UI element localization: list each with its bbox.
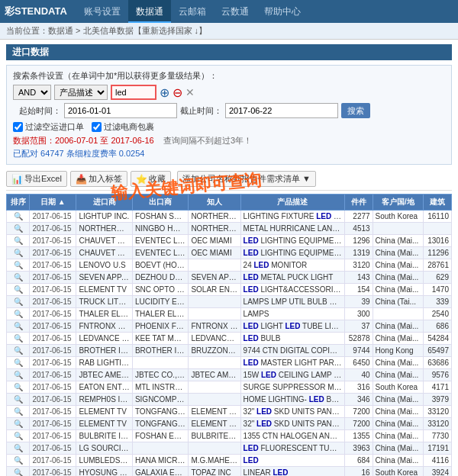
cell-search[interactable]: 🔍 xyxy=(7,369,30,381)
table-row[interactable]: 🔍 2017-06-15 RAB LIGHTING INC LED MASTER… xyxy=(7,357,452,369)
cell-consignee: SEVEN APPAREL xyxy=(189,272,240,284)
cell-search[interactable]: 🔍 xyxy=(7,211,30,223)
cell-date: 2017-06-15 xyxy=(30,223,76,235)
col-date[interactable]: 日期 ▲ xyxy=(30,195,76,211)
cell-importer: TRUCK LITE COM... xyxy=(76,296,132,308)
nav-help[interactable]: 帮助中心 xyxy=(256,0,308,23)
table-row[interactable]: 🔍 2017-06-15 LENOVO U.S BOEVT (HONG K...… xyxy=(7,259,452,272)
cell-search[interactable]: 🔍 xyxy=(7,247,30,259)
cell-search[interactable]: 🔍 xyxy=(7,296,30,308)
table-row[interactable]: 🔍 2017-06-15 HYOSUNG USA I... GALAXIA EL… xyxy=(7,467,452,477)
date-range-info: 数据范围：2006-07-01 至 2017-06-16 xyxy=(13,136,154,145)
table-row[interactable]: 🔍 2017-06-15 LUMBLEDS LLC HANA MICROELE.… xyxy=(7,455,452,467)
cell-weight: 339 xyxy=(424,296,452,308)
cell-search[interactable]: 🔍 xyxy=(7,320,30,333)
table-row[interactable]: 🔍 2017-06-15 FNTRONX LLC PHOENIX FOREIG.… xyxy=(7,320,452,333)
cell-country: China (Mai... xyxy=(373,406,424,418)
cell-weight: 4171 xyxy=(424,381,452,394)
col-importer[interactable]: 进口商 xyxy=(76,195,132,211)
table-row[interactable]: 🔍 2017-06-15 CHAUVET & SON... EVENTEC LI… xyxy=(7,247,452,259)
search-button[interactable]: 搜索 xyxy=(341,103,370,118)
cell-search[interactable]: 🔍 xyxy=(7,406,30,418)
cell-qty: 4513 xyxy=(345,223,373,235)
cell-date: 2017-06-15 xyxy=(30,430,76,442)
col-country[interactable]: 客户国/地 xyxy=(373,195,424,211)
table-row[interactable]: 🔍 2017-06-15 CHAUVET & SON... EVENTEC LI… xyxy=(7,235,452,247)
cell-search[interactable]: 🔍 xyxy=(7,345,30,357)
remove-icon[interactable]: ⊖ xyxy=(173,85,182,100)
nav-data[interactable]: 数据通 xyxy=(128,0,171,23)
table-row[interactable]: 🔍 2017-06-15 REMPH0S INC. SIGNCOMPLX LTD… xyxy=(7,394,452,406)
table-row[interactable]: 🔍 2017-06-15 LG SOURCING,I... LED FLUORE… xyxy=(7,442,452,455)
table-row[interactable]: 🔍 2017-06-15 ELEMENT TV TONGFANG GLO... … xyxy=(7,418,452,430)
cell-consignee xyxy=(189,296,240,308)
col-consignee[interactable]: 知人 xyxy=(189,195,240,211)
nav-cloud[interactable]: 云数通 xyxy=(214,0,256,23)
cell-consignee xyxy=(189,442,240,455)
nav-mail[interactable]: 云邮箱 xyxy=(171,0,214,23)
cell-exporter: EVENTEC LIMITED xyxy=(132,235,188,247)
table-row[interactable]: 🔍 2017-06-15 BROTHER INTER... BROTHER IN… xyxy=(7,345,452,357)
cell-search[interactable]: 🔍 xyxy=(7,394,30,406)
cell-search[interactable]: 🔍 xyxy=(7,272,30,284)
table-row[interactable]: 🔍 2017-06-15 LEDVANCE LLC KEE TAT MANUF.… xyxy=(7,333,452,345)
cell-search[interactable]: 🔍 xyxy=(7,430,30,442)
collect-button[interactable]: ⭐ 收藏 xyxy=(131,171,171,187)
table-row[interactable]: 🔍 2017-06-15 THALER ELECTRIC THALER ELEC… xyxy=(7,308,452,320)
table-row[interactable]: 🔍 2017-06-15 NORTHERN INTE... NINGBO HUA… xyxy=(7,223,452,235)
start-date-input[interactable]: 2016-01-01 xyxy=(64,103,177,118)
cell-desc: 24 LED MONITOR xyxy=(240,259,344,272)
cell-search[interactable]: 🔍 xyxy=(7,259,30,272)
col-desc[interactable]: 产品描述 xyxy=(240,195,344,211)
cell-qty: 684 xyxy=(345,455,373,467)
logo: 彩STENDATA xyxy=(5,5,67,18)
logic-select[interactable]: AND OR xyxy=(13,85,51,100)
cell-date: 2017-06-15 xyxy=(30,442,76,455)
table-row[interactable]: 🔍 2017-06-15 LIGHTUP INC. FOSHAN SANSH..… xyxy=(7,211,452,223)
cell-search[interactable]: 🔍 xyxy=(7,442,30,455)
import-button[interactable]: 📥 加入标签 xyxy=(70,171,127,187)
cell-search[interactable]: 🔍 xyxy=(7,284,30,296)
export-excel-button[interactable]: 📊 导出Excel xyxy=(6,171,67,187)
check-fba[interactable] xyxy=(92,122,102,132)
cell-consignee: ELEMENT TV xyxy=(189,418,240,430)
cell-country: China (Tai... xyxy=(373,296,424,308)
end-date-input[interactable]: 2017-06-22 xyxy=(225,103,338,118)
keyword-input[interactable]: led xyxy=(111,85,156,100)
cell-qty: 6450 xyxy=(345,357,373,369)
cell-search[interactable]: 🔍 xyxy=(7,381,30,394)
table-row[interactable]: 🔍 2017-06-15 JBTEC AMERICA... JBTEC CO.,… xyxy=(7,369,452,381)
check-air[interactable] xyxy=(13,122,23,132)
cell-search[interactable]: 🔍 xyxy=(7,467,30,477)
clear-icon[interactable]: ✕ xyxy=(185,86,195,98)
add-icon[interactable]: ⊕ xyxy=(160,85,169,100)
table-row[interactable]: 🔍 2017-06-15 TRUCK LITE COM... LUCIDITY … xyxy=(7,296,452,308)
table-row[interactable]: 🔍 2017-06-15 BULBRITE INDUS... FOSHAN EL… xyxy=(7,430,452,442)
cell-search[interactable]: 🔍 xyxy=(7,235,30,247)
col-exporter[interactable]: 出口商 xyxy=(132,195,188,211)
cell-exporter: THALER ELECTRIC xyxy=(132,308,188,320)
table-row[interactable]: 🔍 2017-06-15 ELEMENT TV SNC OPTO ELEC...… xyxy=(7,284,452,296)
cell-search[interactable]: 🔍 xyxy=(7,455,30,467)
cell-qty: 1355 xyxy=(345,430,373,442)
cell-search[interactable]: 🔍 xyxy=(7,418,30,430)
table-row[interactable]: 🔍 2017-06-15 EATON ENTERPR... MTL INSTRU… xyxy=(7,381,452,394)
col-qty[interactable]: 件件 xyxy=(345,195,373,211)
add-company-button[interactable]: 添加公司名称到报告件需求清单 ▼ xyxy=(177,171,316,187)
nav-account[interactable]: 账号设置 xyxy=(76,0,128,23)
cell-search[interactable]: 🔍 xyxy=(7,357,30,369)
cell-search[interactable]: 🔍 xyxy=(7,333,30,345)
cell-search[interactable]: 🔍 xyxy=(7,223,30,235)
cell-country: China (Mai... xyxy=(373,235,424,247)
field-select[interactable]: 产品描述 进口商 出口商 品名 xyxy=(54,85,108,100)
table-row[interactable]: 🔍 2017-06-15 ELEMENT TV TONGFANG GLO... … xyxy=(7,406,452,418)
col-weight[interactable]: 建筑 xyxy=(424,195,452,211)
check-fba-label[interactable]: 过滤电商包裹 xyxy=(92,121,154,133)
check-air-label[interactable]: 过滤空运进口单 xyxy=(13,121,84,133)
cell-search[interactable]: 🔍 xyxy=(7,308,30,320)
cell-country: South Korea xyxy=(373,467,424,477)
section-title: 进口数据 xyxy=(6,44,452,60)
cell-qty: 52878 xyxy=(345,333,373,345)
cell-country: China (Mai... xyxy=(373,320,424,333)
table-row[interactable]: 🔍 2017-06-15 SEVEN APPAREL DEZHOU DODO .… xyxy=(7,272,452,284)
